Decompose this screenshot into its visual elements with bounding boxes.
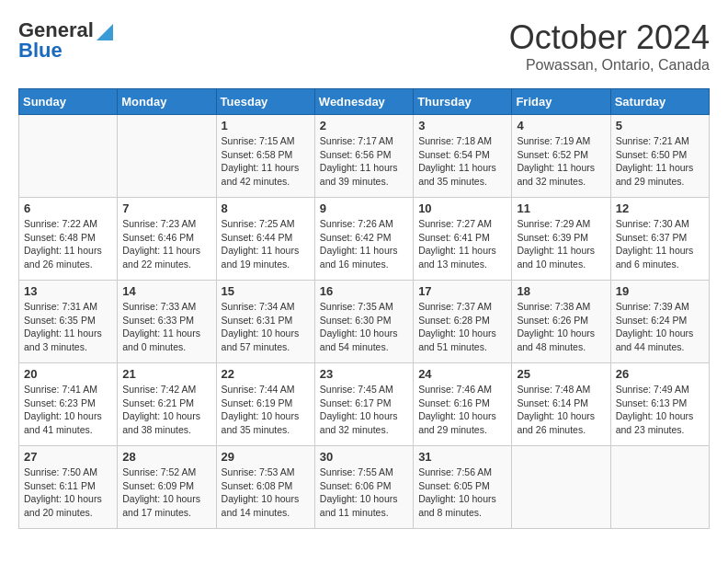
title-block: October 2024 Powassan, Ontario, Canada (509, 18, 710, 74)
day-number: 3 (418, 119, 506, 132)
day-number: 31 (418, 450, 506, 464)
calendar-cell: 23Sunrise: 7:45 AM Sunset: 6:17 PM Dayli… (314, 363, 413, 446)
calendar-cell: 29Sunrise: 7:53 AM Sunset: 6:08 PM Dayli… (216, 446, 314, 529)
day-info: Sunrise: 7:44 AM Sunset: 6:19 PM Dayligh… (222, 383, 310, 437)
calendar-cell: 17Sunrise: 7:37 AM Sunset: 6:28 PM Dayli… (414, 281, 512, 363)
week-row-4: 20Sunrise: 7:41 AM Sunset: 6:23 PM Dayli… (19, 363, 710, 446)
day-header-tuesday: Tuesday (216, 89, 314, 115)
day-number: 4 (517, 119, 605, 132)
day-info: Sunrise: 7:22 AM Sunset: 6:48 PM Dayligh… (24, 217, 112, 271)
day-number: 12 (616, 201, 704, 215)
calendar-cell: 27Sunrise: 7:50 AM Sunset: 6:11 PM Dayli… (19, 446, 118, 529)
calendar-cell: 20Sunrise: 7:41 AM Sunset: 6:23 PM Dayli… (19, 363, 118, 446)
day-number: 27 (24, 450, 112, 464)
day-number: 15 (222, 284, 310, 298)
calendar-cell: 10Sunrise: 7:27 AM Sunset: 6:41 PM Dayli… (414, 198, 512, 281)
day-number: 21 (122, 367, 210, 381)
day-number: 19 (616, 284, 704, 298)
calendar-cell (512, 446, 610, 529)
calendar-cell: 16Sunrise: 7:35 AM Sunset: 6:30 PM Dayli… (314, 281, 413, 363)
calendar-cell (118, 115, 216, 198)
day-info: Sunrise: 7:39 AM Sunset: 6:24 PM Dayligh… (616, 300, 704, 354)
day-number: 28 (122, 450, 210, 464)
calendar-cell: 18Sunrise: 7:38 AM Sunset: 6:26 PM Dayli… (512, 281, 610, 363)
day-info: Sunrise: 7:50 AM Sunset: 6:11 PM Dayligh… (24, 465, 112, 520)
day-number: 18 (517, 284, 605, 298)
day-number: 24 (418, 367, 506, 381)
calendar-cell (19, 115, 118, 198)
day-info: Sunrise: 7:49 AM Sunset: 6:13 PM Dayligh… (616, 383, 704, 437)
calendar-cell: 21Sunrise: 7:42 AM Sunset: 6:21 PM Dayli… (118, 363, 216, 446)
day-header-thursday: Thursday (414, 89, 512, 115)
calendar-cell: 24Sunrise: 7:46 AM Sunset: 6:16 PM Dayli… (414, 363, 512, 446)
day-number: 2 (320, 119, 408, 132)
day-info: Sunrise: 7:15 AM Sunset: 6:58 PM Dayligh… (222, 134, 310, 189)
day-info: Sunrise: 7:30 AM Sunset: 6:37 PM Dayligh… (616, 217, 704, 271)
day-info: Sunrise: 7:21 AM Sunset: 6:50 PM Dayligh… (616, 134, 704, 189)
calendar-cell: 1Sunrise: 7:15 AM Sunset: 6:58 PM Daylig… (216, 115, 314, 198)
calendar-cell: 11Sunrise: 7:29 AM Sunset: 6:39 PM Dayli… (512, 198, 610, 281)
day-number: 14 (122, 284, 210, 298)
day-header-saturday: Saturday (610, 89, 709, 115)
day-header-sunday: Sunday (19, 89, 118, 115)
day-header-wednesday: Wednesday (314, 89, 413, 115)
location-subtitle: Powassan, Ontario, Canada (509, 57, 710, 74)
calendar-cell: 5Sunrise: 7:21 AM Sunset: 6:50 PM Daylig… (610, 115, 709, 198)
week-row-1: 1Sunrise: 7:15 AM Sunset: 6:58 PM Daylig… (19, 115, 710, 198)
day-info: Sunrise: 7:19 AM Sunset: 6:52 PM Dayligh… (517, 134, 605, 189)
day-number: 30 (320, 450, 408, 464)
calendar-cell: 26Sunrise: 7:49 AM Sunset: 6:13 PM Dayli… (610, 363, 709, 446)
day-header-friday: Friday (512, 89, 610, 115)
day-info: Sunrise: 7:52 AM Sunset: 6:09 PM Dayligh… (122, 465, 210, 520)
day-info: Sunrise: 7:29 AM Sunset: 6:39 PM Dayligh… (517, 217, 605, 271)
day-info: Sunrise: 7:38 AM Sunset: 6:26 PM Dayligh… (517, 300, 605, 354)
calendar-cell: 8Sunrise: 7:25 AM Sunset: 6:44 PM Daylig… (216, 198, 314, 281)
day-info: Sunrise: 7:25 AM Sunset: 6:44 PM Dayligh… (222, 217, 310, 271)
logo-blue: Blue (18, 39, 63, 63)
day-info: Sunrise: 7:45 AM Sunset: 6:17 PM Dayligh… (320, 383, 408, 437)
day-number: 6 (24, 201, 112, 215)
day-info: Sunrise: 7:33 AM Sunset: 6:33 PM Dayligh… (122, 300, 210, 354)
calendar-cell: 13Sunrise: 7:31 AM Sunset: 6:35 PM Dayli… (19, 281, 118, 363)
day-number: 23 (320, 367, 408, 381)
day-info: Sunrise: 7:56 AM Sunset: 6:05 PM Dayligh… (418, 465, 506, 520)
calendar-cell: 3Sunrise: 7:18 AM Sunset: 6:54 PM Daylig… (414, 115, 512, 198)
day-info: Sunrise: 7:27 AM Sunset: 6:41 PM Dayligh… (418, 217, 506, 271)
day-number: 5 (616, 119, 704, 132)
day-info: Sunrise: 7:46 AM Sunset: 6:16 PM Dayligh… (418, 383, 506, 437)
day-number: 9 (320, 201, 408, 215)
day-number: 11 (517, 201, 605, 215)
day-info: Sunrise: 7:17 AM Sunset: 6:56 PM Dayligh… (320, 134, 408, 189)
day-info: Sunrise: 7:34 AM Sunset: 6:31 PM Dayligh… (222, 300, 310, 354)
day-number: 16 (320, 284, 408, 298)
day-number: 1 (222, 119, 310, 132)
day-info: Sunrise: 7:23 AM Sunset: 6:46 PM Dayligh… (122, 217, 210, 271)
day-number: 17 (418, 284, 506, 298)
day-number: 13 (24, 284, 112, 298)
calendar-cell: 2Sunrise: 7:17 AM Sunset: 6:56 PM Daylig… (314, 115, 413, 198)
day-number: 29 (222, 450, 310, 464)
calendar-cell: 14Sunrise: 7:33 AM Sunset: 6:33 PM Dayli… (118, 281, 216, 363)
logo: General Blue (18, 18, 113, 63)
day-info: Sunrise: 7:26 AM Sunset: 6:42 PM Dayligh… (320, 217, 408, 271)
day-info: Sunrise: 7:18 AM Sunset: 6:54 PM Dayligh… (418, 134, 506, 189)
calendar-cell: 19Sunrise: 7:39 AM Sunset: 6:24 PM Dayli… (610, 281, 709, 363)
svg-marker-0 (97, 24, 113, 40)
calendar-cell: 25Sunrise: 7:48 AM Sunset: 6:14 PM Dayli… (512, 363, 610, 446)
calendar-cell: 12Sunrise: 7:30 AM Sunset: 6:37 PM Dayli… (610, 198, 709, 281)
calendar-cell: 9Sunrise: 7:26 AM Sunset: 6:42 PM Daylig… (314, 198, 413, 281)
page-header: General Blue October 2024 Powassan, Onta… (18, 18, 710, 74)
calendar-table: SundayMondayTuesdayWednesdayThursdayFrid… (18, 88, 710, 529)
month-title: October 2024 (509, 18, 710, 57)
calendar-cell: 6Sunrise: 7:22 AM Sunset: 6:48 PM Daylig… (19, 198, 118, 281)
week-row-3: 13Sunrise: 7:31 AM Sunset: 6:35 PM Dayli… (19, 281, 710, 363)
day-number: 25 (517, 367, 605, 381)
day-info: Sunrise: 7:42 AM Sunset: 6:21 PM Dayligh… (122, 383, 210, 437)
day-info: Sunrise: 7:31 AM Sunset: 6:35 PM Dayligh… (24, 300, 112, 354)
calendar-cell: 4Sunrise: 7:19 AM Sunset: 6:52 PM Daylig… (512, 115, 610, 198)
day-info: Sunrise: 7:55 AM Sunset: 6:06 PM Dayligh… (320, 465, 408, 520)
day-header-monday: Monday (118, 89, 216, 115)
day-info: Sunrise: 7:53 AM Sunset: 6:08 PM Dayligh… (222, 465, 310, 520)
calendar-cell: 15Sunrise: 7:34 AM Sunset: 6:31 PM Dayli… (216, 281, 314, 363)
day-number: 20 (24, 367, 112, 381)
